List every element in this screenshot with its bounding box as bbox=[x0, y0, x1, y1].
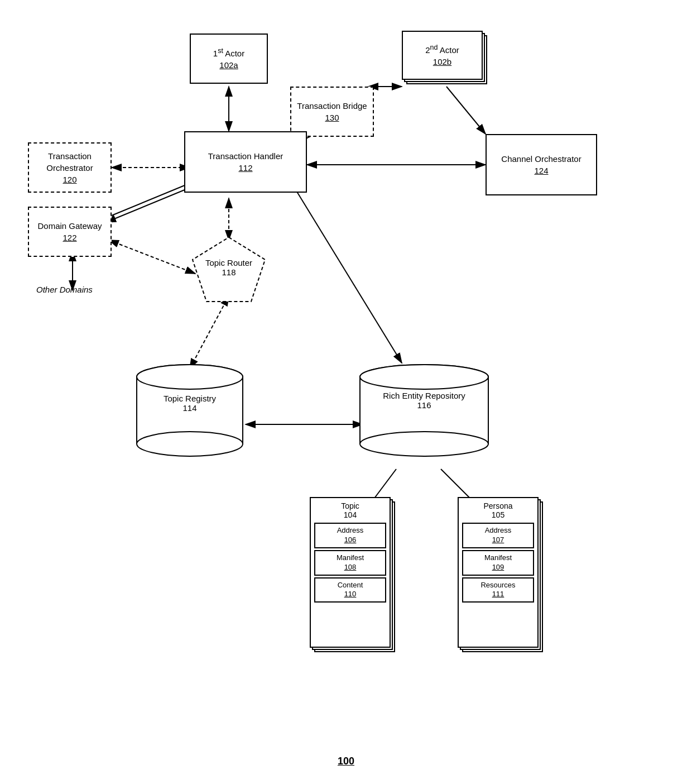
transaction-handler-num: 112 bbox=[238, 162, 252, 174]
topic-registry-container: Topic Registry 114 bbox=[134, 363, 246, 466]
svg-point-34 bbox=[360, 365, 488, 389]
transaction-orchestrator-num: 120 bbox=[63, 174, 76, 185]
manifest-108-box: Manifest 108 bbox=[314, 550, 386, 576]
topic-registry-svg bbox=[134, 363, 246, 463]
address-107-box: Address 107 bbox=[462, 523, 534, 548]
topic-router-container: Topic Router 118 bbox=[190, 235, 268, 309]
transaction-orchestrator-label: Transaction Orchestrator bbox=[29, 150, 110, 174]
topic-title: Topic 104 bbox=[314, 501, 386, 519]
domain-gateway-num: 122 bbox=[63, 232, 76, 243]
actor1-num: 102a bbox=[219, 59, 238, 71]
topic-registry-label: Topic Registry 114 bbox=[134, 394, 246, 413]
svg-line-9 bbox=[446, 87, 486, 134]
channel-orchestrator-num: 124 bbox=[534, 165, 548, 176]
transaction-bridge-num: 130 bbox=[325, 112, 339, 123]
actor2-num: 102b bbox=[433, 56, 451, 68]
actor2-stacked: 2nd Actor 102b bbox=[402, 31, 488, 87]
transaction-bridge-label: Transaction Bridge bbox=[297, 100, 367, 112]
svg-point-28 bbox=[137, 365, 243, 389]
actor2-box: 2nd Actor 102b bbox=[402, 31, 483, 80]
transaction-handler-box: Transaction Handler 112 bbox=[184, 131, 307, 193]
transaction-bridge-box: Transaction Bridge 130 bbox=[290, 87, 374, 137]
svg-line-18 bbox=[296, 190, 402, 363]
manifest-109-box: Manifest 109 bbox=[462, 550, 534, 576]
transaction-orchestrator-box: Transaction Orchestrator 120 bbox=[28, 142, 112, 193]
diagram-container: 1st Actor 102a 2nd Actor 102b Transactio… bbox=[0, 0, 692, 784]
svg-point-27 bbox=[137, 432, 243, 456]
actor2-label: 2nd Actor bbox=[425, 43, 459, 56]
diagram-title: 100 bbox=[338, 756, 354, 767]
svg-point-33 bbox=[360, 432, 488, 456]
rich-entity-svg bbox=[357, 363, 491, 463]
rich-entity-container: Rich Entity Repository 116 bbox=[357, 363, 491, 466]
actor1-label: 1st Actor bbox=[213, 46, 244, 59]
resources-111-box: Resources 111 bbox=[462, 577, 534, 603]
channel-orchestrator-box: Channel Orchestrator 124 bbox=[486, 134, 597, 195]
topic-router-label: Topic Router 118 bbox=[190, 258, 268, 277]
address-106-box: Address 106 bbox=[314, 523, 386, 548]
domain-gateway-label: Domain Gateway bbox=[37, 220, 102, 232]
transaction-handler-label: Transaction Handler bbox=[208, 150, 283, 162]
domain-gateway-box: Domain Gateway 122 bbox=[28, 207, 112, 257]
svg-line-16 bbox=[109, 240, 195, 274]
rich-entity-label: Rich Entity Repository 116 bbox=[357, 391, 491, 410]
other-domains-label: Other Domains bbox=[36, 285, 93, 294]
channel-orchestrator-label: Channel Orchestrator bbox=[501, 153, 581, 165]
actor1-box: 1st Actor 102a bbox=[190, 34, 268, 84]
persona-title: Persona 105 bbox=[462, 501, 534, 519]
content-110-box: Content 110 bbox=[314, 577, 386, 603]
